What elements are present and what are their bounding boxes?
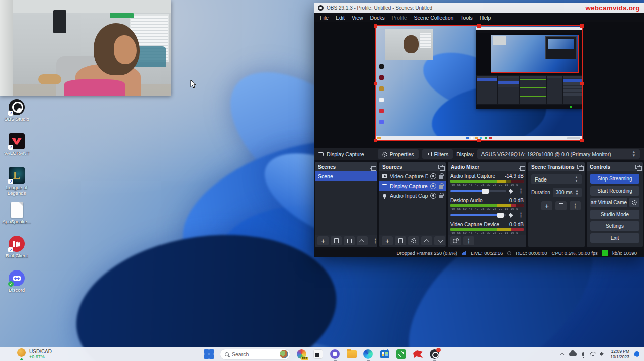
channel-menu-button[interactable]: ⋮ [518, 212, 524, 218]
popout-icon[interactable] [370, 165, 374, 169]
lock-icon[interactable] [439, 185, 443, 189]
scene-filters-button[interactable] [344, 236, 355, 245]
start-virtual-camera-button[interactable]: art Virtual Came [590, 198, 627, 207]
duration-spinbox[interactable]: 300 ms ▲▼ [553, 188, 582, 197]
display-capture-selection[interactable] [375, 25, 583, 141]
display-select[interactable]: ASUS VG249Q1A: 1920x1080 @ 0.0 (Primary … [477, 149, 640, 159]
selection-handle-bottom-left[interactable] [374, 139, 377, 142]
taskbar-obs[interactable] [429, 349, 440, 359]
tray-microphone-icon[interactable] [582, 352, 584, 356]
transition-select[interactable]: Fade ▲▼ [531, 174, 582, 184]
scenes-menu-button[interactable]: ⋮ [370, 236, 377, 245]
selection-handle-mid-left[interactable] [374, 82, 377, 85]
menu-edit[interactable]: Edit [332, 15, 348, 21]
obs-titlebar[interactable]: OBS 29.1.3 - Profile: Untitled - Scenes:… [314, 3, 644, 13]
visibility-eye-icon[interactable] [430, 183, 436, 189]
menu-scene-collection[interactable]: Scene Collection [411, 15, 457, 21]
volume-icon[interactable] [600, 352, 606, 356]
studio-mode-button[interactable]: Studio Mode [590, 210, 639, 219]
move-scene-up-button[interactable] [357, 236, 368, 245]
exit-button[interactable]: Exit [590, 233, 639, 243]
lock-icon[interactable] [439, 195, 443, 198]
onedrive-cloud-icon[interactable] [569, 352, 577, 356]
taskbar-file-explorer[interactable] [346, 349, 357, 359]
menu-profile[interactable]: Profile [388, 15, 411, 21]
taskbar-app-preview-pinwheel[interactable]: PRE [296, 349, 307, 359]
taskbar-edge[interactable] [363, 349, 373, 359]
scene-list-item[interactable]: Scene [315, 171, 377, 181]
selection-handle-top-center[interactable] [477, 24, 481, 28]
remove-source-button[interactable] [395, 236, 406, 245]
add-source-button[interactable]: + [382, 236, 393, 245]
taskbar-xbox[interactable] [396, 349, 407, 359]
taskbar-app-red[interactable] [413, 349, 423, 359]
audio-mixer-header[interactable]: Audio Mixer [448, 162, 526, 171]
popout-icon[interactable] [438, 165, 443, 169]
visibility-eye-icon[interactable] [430, 193, 436, 199]
stop-streaming-button[interactable]: Stop Streaming [590, 174, 639, 184]
filters-button[interactable]: Filters [422, 149, 453, 159]
selection-handle-bottom-right[interactable] [580, 139, 584, 142]
menu-help[interactable]: Help [476, 15, 495, 21]
speaker-icon[interactable] [509, 189, 515, 194]
add-transition-button[interactable]: + [541, 201, 552, 210]
spinner-arrows-icon[interactable]: ▲▼ [575, 189, 579, 196]
popout-icon[interactable] [635, 165, 640, 169]
advanced-audio-button[interactable] [450, 236, 461, 245]
taskbar-microsoft-store[interactable] [379, 349, 390, 359]
settings-button[interactable]: Settings [590, 221, 639, 231]
visibility-eye-icon[interactable] [430, 173, 436, 179]
source-row-display-capture[interactable]: Display Capture [379, 181, 446, 191]
obs-preview-canvas[interactable] [314, 22, 644, 148]
selection-handle-top-right[interactable] [580, 24, 584, 28]
desktop-icon-discord[interactable]: ✓ Discord [2, 269, 31, 304]
volume-slider[interactable] [450, 190, 506, 192]
menu-tools[interactable]: Tools [457, 15, 476, 21]
desktop-icon-league-of-legends[interactable]: L↗ League of Legends [2, 167, 31, 201]
channel-menu-button[interactable]: ⋮ [518, 188, 524, 194]
desktop-icon-riot-client[interactable]: ↗ Riot Client [2, 235, 31, 269]
tray-overflow-chevron-icon[interactable] [560, 353, 565, 357]
volume-slider[interactable] [450, 214, 506, 216]
popout-icon[interactable] [519, 165, 523, 169]
start-recording-button[interactable]: Start Recording [590, 186, 639, 196]
mixer-menu-button[interactable]: ⋮ [463, 236, 474, 245]
controls-header[interactable]: Controls [587, 162, 643, 171]
taskbar-app-square[interactable] [313, 349, 324, 359]
menu-docks[interactable]: Docks [367, 15, 388, 21]
popout-icon[interactable] [577, 165, 582, 169]
virtual-camera-settings-button[interactable] [629, 198, 639, 207]
source-row-audio-input[interactable]: Audio Input Cap [379, 191, 446, 200]
selection-handle-top-left[interactable] [374, 24, 377, 28]
source-row-video-capture[interactable]: Video Capture D [379, 171, 446, 181]
taskbar-stock-widget[interactable]: USD/CAD +0.67% [17, 347, 52, 361]
tray-clock[interactable]: 12:09 PM 10/1/2023 [610, 349, 629, 359]
search-box[interactable]: Search [220, 349, 290, 360]
desktop-icon-obs-studio[interactable]: ↗ OBS Studio [2, 99, 31, 133]
lock-icon[interactable] [439, 175, 443, 179]
source-properties-button[interactable] [408, 236, 419, 245]
move-source-up-button[interactable] [421, 236, 432, 245]
transition-menu-button[interactable]: ⋮ [570, 201, 581, 210]
menu-view[interactable]: View [348, 15, 367, 21]
wifi-icon[interactable] [590, 352, 596, 356]
remove-scene-button[interactable] [331, 236, 342, 245]
taskbar-app-chat[interactable] [330, 349, 340, 359]
scenes-dock-header[interactable]: Scenes [315, 162, 377, 171]
add-scene-button[interactable]: + [317, 236, 329, 245]
move-source-down-button[interactable] [434, 236, 445, 245]
desktop-icon-apospeake[interactable]: ApoSpeake... [2, 201, 31, 235]
menu-file[interactable]: File [316, 15, 332, 21]
notifications-bell-icon[interactable] [634, 351, 640, 357]
selection-handle-mid-right[interactable] [580, 82, 584, 85]
desktop-icon-valorant[interactable]: ↗ VALORANT [2, 133, 31, 167]
scene-transitions-header[interactable]: Scene Transitions [528, 162, 585, 171]
speaker-icon[interactable] [509, 213, 515, 218]
start-button[interactable] [204, 349, 214, 359]
remove-transition-button[interactable] [555, 201, 567, 210]
search-daily-image[interactable] [280, 350, 288, 358]
properties-button[interactable]: Properties [378, 149, 419, 159]
desktop-icon-label: VALORANT [4, 151, 30, 156]
sources-dock-header[interactable]: Sources [379, 162, 446, 171]
selection-handle-bottom-center[interactable] [477, 139, 481, 142]
